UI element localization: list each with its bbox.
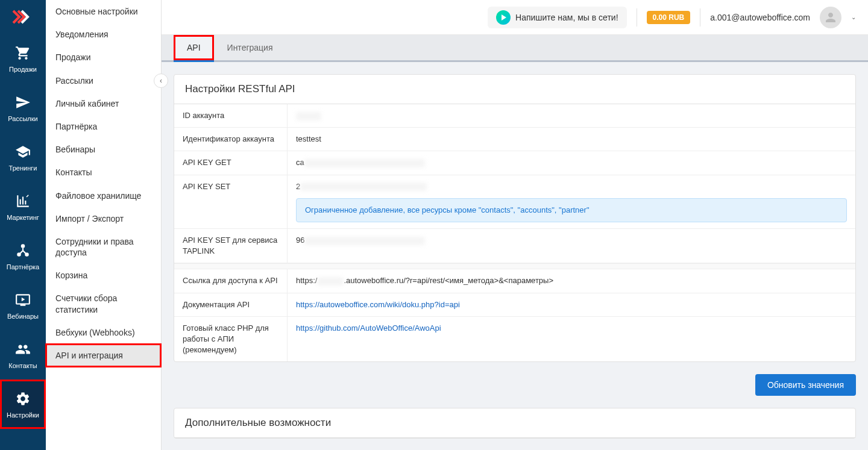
sub-webhooks[interactable]: Вебхуки (Webhooks) xyxy=(46,321,161,344)
divider xyxy=(637,8,637,27)
sub-api-integration[interactable]: API и интеграция xyxy=(46,344,161,367)
primary-sidebar: Продажи Рассылки Тренинги Маркетинг Парт… xyxy=(0,0,46,450)
monitor-icon xyxy=(14,291,32,309)
network-icon xyxy=(14,242,32,260)
chat-play-icon xyxy=(496,10,511,25)
sub-staff[interactable]: Сотрудники и права доступа xyxy=(46,230,161,264)
chat-text: Напишите нам, мы в сети! xyxy=(515,13,618,22)
app-logo[interactable] xyxy=(0,0,46,34)
row-account-id: ID аккаунта xyxy=(174,104,855,128)
send-icon xyxy=(14,93,32,111)
row-access-link: Ссылка для доступа к API https:/.autoweb… xyxy=(174,269,855,293)
sub-counters[interactable]: Счетчики сбора статистики xyxy=(46,287,161,320)
panel-title: Настройки RESTful API xyxy=(174,75,855,104)
row-php-class: Готовый класс PHP для работы с АПИ (реко… xyxy=(174,317,855,362)
nav-partner[interactable]: Партнёрка xyxy=(0,231,46,281)
row-api-key-set: API KEY SET 2 Ограниченное добавление, в… xyxy=(174,175,855,229)
chart-icon xyxy=(14,192,32,210)
sub-webinars[interactable]: Вебинары xyxy=(46,138,161,161)
action-bar: Обновить значения xyxy=(174,374,856,396)
panel-title: Дополнительные возможности xyxy=(174,408,855,438)
update-button[interactable]: Обновить значения xyxy=(755,374,856,396)
sub-import-export[interactable]: Импорт / Экспорт xyxy=(46,207,161,230)
main-content: Напишите нам, мы в сети! 0.00 RUB a.001@… xyxy=(162,0,868,450)
row-docs: Документация API https://autoweboffice.c… xyxy=(174,293,855,317)
gear-icon xyxy=(14,390,32,408)
collapse-sidebar-button[interactable]: ‹ xyxy=(154,73,168,88)
user-avatar[interactable] xyxy=(820,7,841,28)
sub-partner[interactable]: Партнёрка xyxy=(46,115,161,138)
nav-mailings[interactable]: Рассылки xyxy=(0,83,46,133)
row-api-key-taplink: API KEY SET для сервиса TAPLINK 96 xyxy=(174,229,855,263)
tab-integration[interactable]: Интеграция xyxy=(214,35,286,60)
nav-settings[interactable]: Настройки xyxy=(0,380,46,429)
api-key-set-info: Ограниченное добавление, все ресурсы кро… xyxy=(296,198,847,222)
sub-main-settings[interactable]: Основные настройки xyxy=(46,0,161,23)
additional-panel: Дополнительные возможности xyxy=(174,408,856,439)
row-api-key-get: API KEY GET ca xyxy=(174,151,855,175)
nav-sales[interactable]: Продажи xyxy=(0,34,46,83)
chat-widget[interactable]: Напишите нам, мы в сети! xyxy=(488,7,627,28)
row-account-ident: Идентификатор аккаунта testtest xyxy=(174,128,855,151)
secondary-sidebar: Основные настройки Уведомления Продажи Р… xyxy=(46,0,162,450)
sub-contacts[interactable]: Контакты xyxy=(46,161,161,184)
nav-trainings[interactable]: Тренинги xyxy=(0,133,46,182)
users-icon xyxy=(14,340,32,358)
balance-badge[interactable]: 0.00 RUB xyxy=(647,11,691,24)
sub-mailings[interactable]: Рассылки xyxy=(46,69,161,92)
api-settings-panel: Настройки RESTful API ID аккаунта Иденти… xyxy=(174,74,856,362)
chevron-down-icon[interactable]: ⌄ xyxy=(851,14,856,20)
sub-personal[interactable]: Личный кабинет xyxy=(46,92,161,115)
docs-link[interactable]: https://autoweboffice.com/wiki/doku.php?… xyxy=(296,300,460,309)
sub-trash[interactable]: Корзина xyxy=(46,264,161,287)
user-email: a.001@autoweboffice.com xyxy=(710,13,810,22)
divider xyxy=(700,8,700,27)
nav-marketing[interactable]: Маркетинг xyxy=(0,182,46,231)
php-class-link[interactable]: https://github.com/AutoWebOffice/AwoApi xyxy=(296,323,441,333)
topbar: Напишите нам, мы в сети! 0.00 RUB a.001@… xyxy=(162,0,868,35)
cart-icon xyxy=(14,44,32,62)
sub-sales[interactable]: Продажи xyxy=(46,46,161,69)
tab-api[interactable]: API xyxy=(174,35,214,62)
nav-contacts[interactable]: Контакты xyxy=(0,330,46,380)
content-area: Настройки RESTful API ID аккаунта Иденти… xyxy=(162,62,868,450)
sub-notifications[interactable]: Уведомления xyxy=(46,23,161,46)
tabs-bar: API Интеграция xyxy=(162,35,868,62)
graduation-icon xyxy=(14,143,32,161)
nav-webinars[interactable]: Вебинары xyxy=(0,281,46,330)
sub-storage[interactable]: Файловое хранилище xyxy=(46,184,161,207)
svg-point-0 xyxy=(21,244,25,248)
